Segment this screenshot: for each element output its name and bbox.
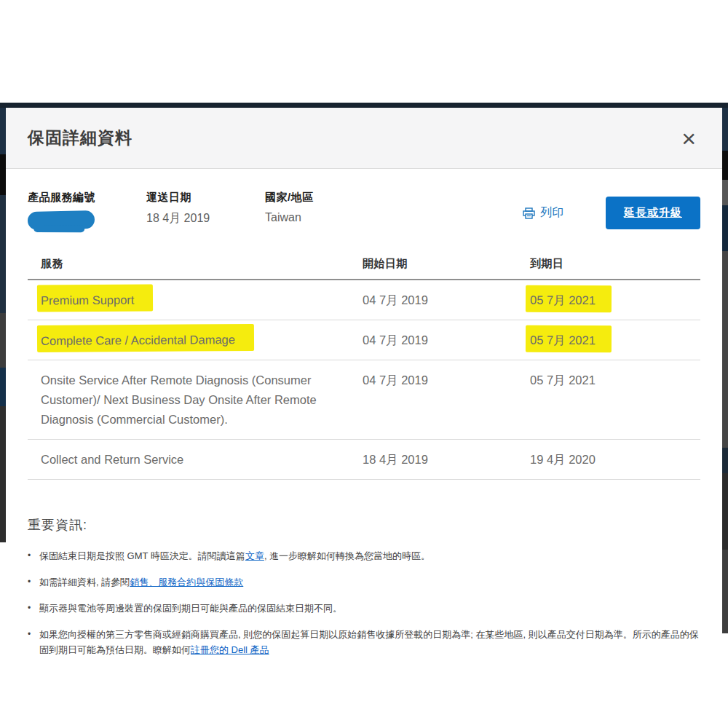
country-value: Taiwan: [265, 211, 411, 224]
ship-date-label: 運送日期: [146, 191, 265, 205]
service-tag-redaction: [28, 210, 95, 230]
extend-upgrade-button[interactable]: 延長或升級: [606, 197, 700, 229]
info-bullet: • 如需詳細資料, 請參閱銷售、服務合約與保固條款: [28, 574, 700, 590]
end-date: 19 4月 2020: [515, 450, 700, 470]
print-link[interactable]: 列印: [523, 205, 564, 221]
table-row: Premium Support 04 7月 2019 05 7月 2021: [28, 280, 700, 320]
col-header-end: 到期日: [515, 257, 700, 271]
bullet-dot: •: [28, 601, 39, 616]
header-actions: 列印 延長或升級: [523, 191, 700, 229]
col-header-service: 服務: [28, 257, 348, 271]
table-row: Collect and Return Service 18 4月 2019 19…: [28, 440, 700, 480]
important-info-section: 重要資訊: • 保固結束日期是按照 GMT 時區決定。請閱讀這篇文章, 進一步瞭…: [28, 516, 700, 657]
modal-header: 保固詳細資料 ×: [6, 108, 722, 169]
printer-icon: [523, 207, 535, 219]
start-date: 04 7月 2019: [348, 290, 515, 310]
start-date: 04 7月 2019: [348, 331, 515, 350]
info-bullet: • 顯示器與電池等周邊裝置的保固到期日可能與產品的保固結束日期不同。: [28, 601, 700, 616]
important-info-heading: 重要資訊:: [28, 516, 700, 534]
warranty-details-modal: 保固詳細資料 × 產品服務編號 運送日期 18 4月 2019 國家/地區 Ta…: [6, 108, 722, 728]
service-name-highlighted: Premium Support: [37, 284, 154, 312]
page-edge-right: [722, 108, 728, 633]
service-name-highlighted: Complete Care / Accidental Damage: [37, 324, 254, 352]
terms-link[interactable]: 銷售、服務合約與保固條款: [130, 577, 243, 587]
ship-date-value: 18 4月 2019: [146, 211, 265, 226]
article-link[interactable]: 文章: [245, 550, 264, 561]
info-bullet: • 保固結束日期是按照 GMT 時區決定。請閱讀這篇文章, 進一步瞭解如何轉換為…: [28, 548, 700, 563]
info-bullet: • 如果您向授權的第三方零售商或經銷商購買產品, 則您的保固起算日期以原始銷售收…: [28, 627, 700, 657]
table-row: Complete Care / Accidental Damage 04 7月 …: [28, 320, 700, 360]
end-date-highlighted: 05 7月 2021: [526, 285, 612, 313]
close-icon[interactable]: ×: [677, 128, 700, 149]
warranty-table: 服務 開始日期 到期日 Premium Support 04 7月 2019 0…: [28, 257, 700, 480]
extend-upgrade-label: 延長或升級: [624, 206, 682, 218]
register-dell-product-link[interactable]: 註冊您的 Dell 產品: [191, 644, 269, 655]
end-date: 05 7月 2021: [515, 371, 700, 390]
table-header-row: 服務 開始日期 到期日: [28, 257, 700, 280]
print-label: 列印: [540, 205, 564, 221]
start-date: 04 7月 2019: [348, 371, 515, 390]
ship-date-block: 運送日期 18 4月 2019: [146, 191, 265, 226]
modal-title: 保固詳細資料: [28, 127, 132, 149]
country-label: 國家/地區: [265, 191, 411, 205]
page-edge-left: [0, 108, 6, 542]
info-bar: 產品服務編號 運送日期 18 4月 2019 國家/地區 Taiwan 列印 延: [6, 169, 722, 234]
end-date-highlighted: 05 7月 2021: [526, 325, 612, 353]
bullet-dot: •: [28, 548, 39, 563]
bullet-dot: •: [28, 627, 39, 657]
service-name: Collect and Return Service: [28, 450, 348, 470]
service-tag-label: 產品服務編號: [28, 191, 146, 205]
country-block: 國家/地區 Taiwan: [265, 191, 411, 224]
col-header-start: 開始日期: [348, 257, 515, 271]
table-row: Onsite Service After Remote Diagnosis (C…: [28, 360, 700, 440]
service-tag-block: 產品服務編號: [28, 191, 146, 229]
page-background-strip: [0, 103, 728, 108]
service-name: Onsite Service After Remote Diagnosis (C…: [28, 371, 348, 430]
start-date: 18 4月 2019: [348, 450, 515, 470]
bullet-dot: •: [28, 574, 39, 590]
